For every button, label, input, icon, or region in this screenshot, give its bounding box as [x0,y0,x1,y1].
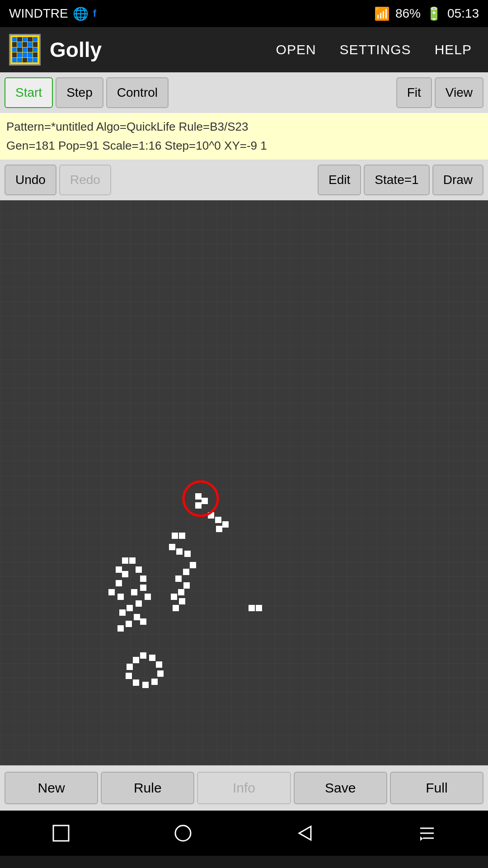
svg-rect-14 [127,605,133,611]
svg-rect-16 [134,614,140,620]
new-button[interactable]: New [5,772,98,804]
nav-square-icon[interactable] [47,820,75,847]
info-line1: Pattern=*untitled Algo=QuickLife Rule=B3… [6,118,482,137]
svg-rect-40 [149,655,155,661]
info-button[interactable]: Info [197,772,291,804]
battery-text: 86% [395,6,421,21]
grid-area[interactable] [0,200,488,765]
svg-rect-46 [126,673,132,679]
status-left: WINDTRE 🌐 f [9,6,96,21]
spacer2 [114,165,315,195]
svg-rect-17 [140,618,146,625]
svg-rect-20 [172,533,178,539]
edit-button[interactable]: Edit [318,165,361,195]
svg-rect-26 [183,569,189,575]
open-button[interactable]: OPEN [269,38,324,61]
svg-rect-11 [140,585,146,591]
svg-rect-39 [140,652,146,659]
svg-rect-9 [117,594,124,600]
app-logo [9,34,41,66]
svg-rect-43 [151,679,158,685]
svg-rect-47 [127,664,133,670]
state-button[interactable]: State=1 [364,165,429,195]
battery-icon: 🔋 [426,6,442,21]
rule-button[interactable]: Rule [101,772,194,804]
bottom-toolbar: New Rule Info Save Full [0,765,488,811]
svg-rect-52 [195,502,202,509]
svg-rect-3 [116,566,122,573]
save-button[interactable]: Save [294,772,387,804]
svg-rect-4 [122,571,128,577]
svg-rect-8 [108,589,115,595]
carrier-text: WINDTRE [9,6,68,21]
svg-rect-36 [216,526,222,532]
svg-rect-34 [215,517,221,523]
svg-marker-59 [420,836,423,841]
svg-rect-12 [145,594,151,600]
status-right: 📶 86% 🔋 05:13 [374,6,479,21]
grid-canvas [0,200,488,765]
svg-rect-41 [156,661,162,668]
nav-menu-icon[interactable] [413,820,441,847]
svg-rect-27 [175,576,182,582]
svg-rect-37 [249,605,255,611]
svg-rect-1 [122,557,128,564]
svg-rect-32 [173,605,179,611]
time-display: 05:13 [447,6,479,21]
svg-rect-42 [157,670,164,677]
svg-rect-23 [176,548,183,555]
draw-button[interactable]: Draw [432,165,483,195]
svg-rect-15 [119,609,126,616]
svg-marker-55 [299,826,311,840]
svg-rect-35 [222,521,229,528]
svg-point-54 [175,826,191,841]
svg-rect-30 [171,594,177,600]
settings-button[interactable]: SETTINGS [333,38,418,61]
svg-rect-25 [190,562,196,568]
svg-rect-50 [195,493,202,500]
redo-button[interactable]: Redo [59,165,111,195]
info-line2: Gen=181 Pop=91 Scale=1:16 Step=10^0 XY=-… [6,137,482,156]
svg-rect-48 [133,657,139,663]
svg-rect-2 [129,557,136,564]
svg-rect-29 [178,589,184,595]
svg-rect-28 [183,582,190,589]
svg-rect-51 [202,498,208,504]
view-button[interactable]: View [435,77,483,108]
full-button[interactable]: Full [390,772,483,804]
svg-rect-0 [0,200,488,765]
svg-rect-31 [179,598,185,604]
svg-rect-7 [116,580,122,586]
nav-back-icon[interactable] [291,820,319,847]
fb-icon: f [93,8,96,19]
svg-rect-38 [256,605,262,611]
app-title: Golly [50,38,260,62]
undo-button[interactable]: Undo [5,165,56,195]
svg-rect-6 [140,576,146,582]
nav-circle-icon[interactable] [169,820,197,847]
svg-rect-13 [136,600,142,607]
step-button[interactable]: Step [56,77,103,108]
svg-rect-21 [179,533,185,539]
svg-rect-22 [169,544,175,550]
start-button[interactable]: Start [5,77,53,108]
toolbar1: Start Step Control Fit View [0,72,488,113]
help-button[interactable]: HELP [427,38,479,61]
svg-rect-5 [136,566,142,573]
svg-rect-18 [126,621,132,627]
app-header: Golly OPEN SETTINGS HELP [0,27,488,72]
signal-icon: 📶 [374,6,390,21]
svg-rect-45 [133,679,139,686]
fit-button[interactable]: Fit [396,77,432,108]
control-button[interactable]: Control [106,77,169,108]
svg-rect-10 [131,589,137,595]
svg-rect-44 [142,682,149,688]
status-bar: WINDTRE 🌐 f 📶 86% 🔋 05:13 [0,0,488,27]
svg-rect-53 [53,826,69,841]
toolbar2: Undo Redo Edit State=1 Draw [0,160,488,200]
globe-icon: 🌐 [73,6,89,21]
nav-bar [0,811,488,856]
svg-rect-24 [184,551,191,557]
svg-rect-19 [117,625,124,632]
info-bar: Pattern=*untitled Algo=QuickLife Rule=B3… [0,113,488,160]
